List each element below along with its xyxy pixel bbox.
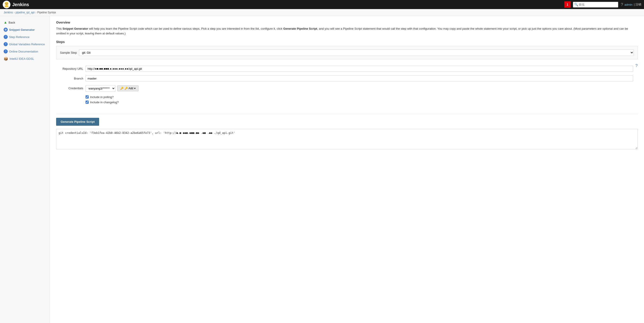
sidebar: ▲ Back ⚙ Snippet Generator ? Step Refere… (0, 16, 50, 323)
git-form: Repository URL Branch Credentials (56, 63, 638, 108)
sidebar-item-snippet-generator[interactable]: ⚙ Snippet Generator (0, 26, 50, 33)
online-docs-link[interactable]: ? Online Documentation (4, 49, 38, 54)
jenkins-avatar (3, 1, 10, 8)
top-nav: Jenkins 1 🔍 ? admin | 注销 (0, 0, 644, 9)
svg-point-0 (5, 2, 8, 6)
sample-step-select[interactable]: git: Git (79, 49, 634, 56)
global-vars-link[interactable]: ? Global Variables Reference (4, 42, 45, 46)
question-icon-step: ? (4, 35, 8, 39)
credentials-select[interactable]: wanyang3/****** (86, 85, 116, 92)
key-icon: 🔑 (120, 87, 124, 90)
sidebar-item-step-reference[interactable]: ? Step Reference (0, 33, 50, 41)
jenkins-logo[interactable]: Jenkins (3, 1, 29, 8)
breadcrumb-current: Pipeline Syntax (37, 11, 56, 14)
back-link[interactable]: ▲ Back (4, 20, 15, 25)
sample-step-section: Sample Step git: Git (56, 46, 638, 59)
step-reference-link[interactable]: ? Step Reference (4, 35, 30, 39)
branch-row: Branch (56, 75, 633, 82)
steps-title: Steps (56, 40, 638, 44)
generate-pipeline-script-button[interactable]: Generate Pipeline Script (56, 118, 99, 126)
snippet-generator-link[interactable]: ⚙ Snippet Generator (4, 28, 34, 32)
svg-point-1 (4, 5, 8, 8)
repo-url-input[interactable] (86, 66, 633, 72)
form-help-icon[interactable]: ? (636, 63, 638, 68)
question-icon-docs: ? (4, 49, 8, 54)
overview-text: This Snippet Generator will help you lea… (56, 27, 638, 36)
svg-point-2 (6, 3, 6, 4)
branch-label: Branch (56, 75, 83, 80)
gear-icon: ⚙ (4, 28, 8, 32)
include-changelog-row: Include in changelog? (86, 101, 633, 104)
intellij-link[interactable]: 📦 IntelliJ IDEA GDSL (4, 57, 34, 61)
add-credentials-button[interactable]: 🔑 🔑 Add ▾ (117, 85, 138, 91)
checkbox-group: Include in polling? Include in changelog… (86, 95, 633, 104)
book-icon: 📦 (4, 57, 8, 61)
nav-help-icon[interactable]: ? (621, 2, 623, 7)
git-form-container: ? Repository URL Branch (56, 63, 638, 110)
repo-url-row: Repository URL (56, 66, 633, 72)
branch-input[interactable] (86, 75, 633, 82)
sidebar-item-global-vars[interactable]: ? Global Variables Reference (0, 41, 50, 48)
content-area: Overview This Snippet Generator will hel… (50, 16, 644, 323)
sidebar-item-intellij[interactable]: 📦 IntelliJ IDEA GDSL (0, 55, 50, 63)
logout-link[interactable]: | 注销 (634, 3, 641, 7)
credentials-row: Credentials wanyang3/****** 🔑 🔑 Add ▾ (56, 85, 633, 92)
credentials-label: Credentials (56, 85, 83, 90)
include-changelog-label: Include in changelog? (90, 101, 119, 104)
repo-url-label: Repository URL (56, 66, 83, 71)
overview-title: Overview (56, 21, 638, 24)
sidebar-item-back[interactable]: ▲ Back (0, 19, 50, 26)
sidebar-item-online-docs[interactable]: ? Online Documentation (0, 48, 50, 55)
question-icon-global: ? (4, 42, 8, 46)
svg-point-3 (7, 3, 8, 4)
jenkins-title: Jenkins (12, 2, 29, 7)
search-input[interactable] (573, 2, 618, 8)
include-polling-label: Include in polling? (90, 95, 114, 99)
notification-badge[interactable]: 1 (564, 1, 571, 8)
breadcrumb: Jenkins › pipeline_qd_api › Pipeline Syn… (0, 9, 644, 16)
script-output-textarea[interactable]: git credentialsId: 'f3eb1fea-42b0-46b2-8… (56, 129, 638, 149)
sample-step-label: Sample Step (60, 51, 77, 54)
arrow-up-icon: ▲ (4, 20, 7, 25)
breadcrumb-pipeline[interactable]: pipeline_qd_api (16, 11, 34, 14)
search-container: 🔍 ? (573, 2, 624, 8)
section-divider (56, 114, 638, 114)
user-link[interactable]: admin (624, 3, 632, 6)
main-layout: ▲ Back ⚙ Snippet Generator ? Step Refere… (0, 16, 644, 323)
credentials-controls: wanyang3/****** 🔑 🔑 Add ▾ (86, 85, 138, 92)
include-polling-row: Include in polling? (86, 95, 633, 99)
search-icon: 🔍 (574, 3, 578, 6)
include-changelog-checkbox[interactable] (86, 101, 89, 104)
include-polling-checkbox[interactable] (86, 95, 89, 99)
user-info: admin | 注销 (624, 3, 641, 7)
dropdown-arrow-icon: ▾ (134, 87, 136, 90)
breadcrumb-jenkins[interactable]: Jenkins (4, 11, 13, 14)
